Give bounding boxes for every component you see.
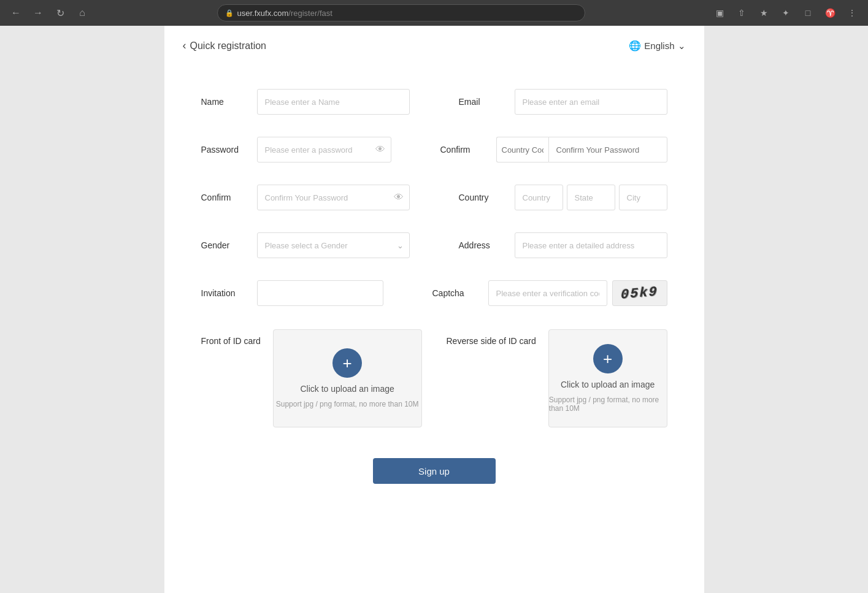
reload-button[interactable]: ↻ bbox=[52, 4, 69, 21]
front-id-upload-text: Click to upload an image bbox=[300, 384, 394, 394]
page-wrapper: ‹ Quick registration 🌐 English ⌄ Name bbox=[0, 26, 868, 593]
reverse-id-upload-text: Click to upload an image bbox=[561, 380, 655, 389]
forward-nav-button[interactable]: → bbox=[29, 4, 47, 21]
invitation-input[interactable] bbox=[257, 280, 383, 306]
chevron-down-icon: ⌄ bbox=[678, 40, 686, 52]
captcha-label: Captcha bbox=[432, 288, 478, 298]
password-field-group: Password 👁 bbox=[201, 126, 416, 174]
confirm2-input-wrap: 👁 bbox=[257, 185, 410, 210]
language-label: English bbox=[644, 40, 674, 51]
front-id-upload-box[interactable]: + Click to upload an image Support jpg /… bbox=[273, 329, 422, 427]
bookmark-button[interactable]: ★ bbox=[755, 4, 772, 21]
home-button[interactable]: ⌂ bbox=[74, 4, 91, 21]
confirm2-field-group: Confirm 👁 bbox=[201, 174, 434, 221]
country-code-input[interactable] bbox=[496, 137, 548, 163]
form-body: Name Email Password bbox=[164, 66, 704, 515]
confirm-password-inline-input[interactable] bbox=[548, 137, 667, 163]
address-input[interactable] bbox=[515, 232, 667, 258]
email-label: Email bbox=[459, 97, 505, 107]
confirm-label: Confirm bbox=[440, 145, 486, 155]
password-input[interactable] bbox=[257, 137, 391, 163]
gender-select-wrap: Please select a Gender Male Female Other… bbox=[257, 232, 410, 258]
back-link[interactable]: ‹ Quick registration bbox=[183, 39, 267, 52]
form-header: ‹ Quick registration 🌐 English ⌄ bbox=[164, 26, 704, 66]
country-input[interactable] bbox=[515, 185, 563, 210]
signup-button[interactable]: Sign up bbox=[373, 458, 496, 484]
globe-icon: 🌐 bbox=[629, 40, 641, 52]
gender-select[interactable]: Please select a Gender Male Female Other bbox=[257, 232, 410, 258]
address-label: Address bbox=[459, 240, 505, 250]
captcha-wrap: 05k9 bbox=[488, 280, 667, 306]
password-confirm-row: Password 👁 Confirm bbox=[201, 126, 667, 174]
country-label: Country bbox=[459, 193, 505, 202]
confirm2-country-row: Confirm 👁 Country bbox=[201, 174, 667, 221]
invitation-label: Invitation bbox=[201, 288, 247, 298]
captcha-field-group: Captcha 05k9 bbox=[408, 269, 667, 317]
invitation-field-group: Invitation bbox=[201, 269, 408, 317]
invitation-input-wrap bbox=[257, 280, 383, 306]
front-id-upload-hint: Support jpg / png format, no more than 1… bbox=[276, 400, 419, 408]
window-button[interactable]: □ bbox=[799, 4, 816, 21]
reverse-id-plus-button[interactable]: + bbox=[593, 344, 623, 373]
confirm-phone-field-group: Confirm bbox=[416, 126, 667, 174]
confirm2-eye-icon[interactable]: 👁 bbox=[394, 192, 404, 203]
back-arrow-icon: ‹ bbox=[183, 39, 186, 52]
lock-icon: 🔒 bbox=[225, 9, 234, 17]
state-input[interactable] bbox=[567, 185, 615, 210]
password-label: Password bbox=[201, 145, 247, 155]
reverse-id-upload-box[interactable]: + Click to upload an image Support jpg /… bbox=[548, 329, 667, 427]
invitation-captcha-row: Invitation Captcha 05k9 bbox=[201, 269, 667, 317]
gender-address-row: Gender Please select a Gender Male Femal… bbox=[201, 221, 667, 269]
captcha-input[interactable] bbox=[488, 280, 607, 306]
back-nav-button[interactable]: ← bbox=[7, 4, 25, 21]
country-field-group: Country bbox=[434, 174, 667, 221]
front-id-plus-button[interactable]: + bbox=[332, 348, 362, 378]
email-field-group: Email bbox=[434, 78, 667, 126]
front-id-field: Front of ID card + Click to upload an im… bbox=[201, 329, 422, 427]
email-input[interactable] bbox=[515, 89, 667, 115]
confirm2-input[interactable] bbox=[257, 185, 410, 210]
confirm2-label: Confirm bbox=[201, 193, 247, 202]
menu-button[interactable]: ⋮ bbox=[843, 4, 861, 21]
screenshot-button[interactable]: ▣ bbox=[711, 4, 728, 21]
name-email-row: Name Email bbox=[201, 78, 667, 126]
address-field-group: Address bbox=[434, 221, 667, 269]
captcha-image[interactable]: 05k9 bbox=[612, 280, 667, 306]
gender-label: Gender bbox=[201, 240, 247, 250]
reverse-id-field: Reverse side of ID card + Click to uploa… bbox=[447, 329, 667, 427]
url-bar[interactable]: 🔒 user.fxufx.com /register/fast bbox=[217, 4, 585, 21]
email-input-wrap bbox=[515, 89, 667, 115]
name-field-group: Name bbox=[201, 78, 434, 126]
reverse-id-upload-hint: Support jpg / png format, no more than 1… bbox=[549, 396, 667, 413]
url-path: /register/fast bbox=[288, 9, 332, 18]
signup-wrap: Sign up bbox=[201, 440, 667, 490]
confirm-phone-wrap bbox=[496, 137, 667, 163]
address-input-wrap bbox=[515, 232, 667, 258]
password-eye-icon[interactable]: 👁 bbox=[375, 144, 385, 155]
name-input[interactable] bbox=[257, 89, 410, 115]
browser-actions: ▣ ⇧ ★ ✦ □ ♈ ⋮ bbox=[711, 4, 861, 21]
reverse-id-label: Reverse side of ID card bbox=[447, 329, 536, 348]
country-state-city-wrap bbox=[515, 185, 667, 210]
url-origin: user.fxufx.com bbox=[237, 9, 289, 18]
page-title: Quick registration bbox=[190, 40, 267, 52]
extensions-button[interactable]: ✦ bbox=[777, 4, 794, 21]
name-label: Name bbox=[201, 97, 247, 107]
front-id-label: Front of ID card bbox=[201, 329, 261, 348]
gender-field-group: Gender Please select a Gender Male Femal… bbox=[201, 221, 434, 269]
city-input[interactable] bbox=[619, 185, 667, 210]
upload-section: Front of ID card + Click to upload an im… bbox=[201, 317, 667, 440]
name-input-wrap bbox=[257, 89, 410, 115]
password-input-wrap: 👁 bbox=[257, 137, 391, 163]
captcha-code-display: 05k9 bbox=[621, 284, 658, 302]
share-button[interactable]: ⇧ bbox=[733, 4, 750, 21]
browser-chrome: ← → ↻ ⌂ 🔒 user.fxufx.com /register/fast … bbox=[0, 0, 868, 26]
profile-button[interactable]: ♈ bbox=[821, 4, 839, 21]
language-selector[interactable]: 🌐 English ⌄ bbox=[629, 40, 685, 52]
form-container: ‹ Quick registration 🌐 English ⌄ Name bbox=[164, 26, 704, 593]
